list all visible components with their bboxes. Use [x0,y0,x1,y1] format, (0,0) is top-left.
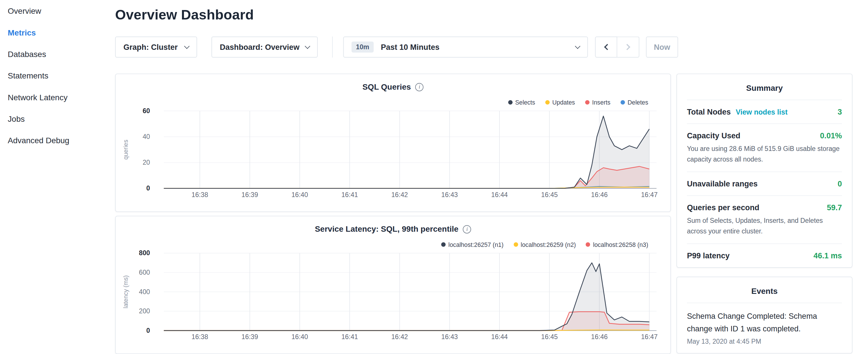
svg-text:16:45: 16:45 [541,191,558,198]
summary-row: Queries per second59.7Sum of Selects, Up… [687,195,842,244]
sidebar-item-advanced-debug[interactable]: Advanced Debug [8,129,105,151]
svg-text:16:43: 16:43 [441,333,458,341]
sidebar-item-overview[interactable]: Overview [8,0,105,22]
controls-divider [332,36,333,57]
chart-title: Service Latency: SQL, 99th percentile [315,225,459,233]
legend-label: Selects [515,99,535,106]
legend-dot-icon [545,100,549,104]
chart-panel-service-latency: Service Latency: SQL, 99th percentile i … [115,216,671,354]
svg-text:400: 400 [139,288,150,296]
legend-dot-icon [514,242,518,247]
chart-plot-sql-queries[interactable]: 16:3816:3916:4016:4116:4216:4316:4416:45… [116,74,672,213]
event-message: Schema Change Completed: Schema change w… [687,310,842,335]
summary-value: 0 [838,179,842,188]
sidebar-item-metrics[interactable]: Metrics [8,22,105,43]
svg-text:queries: queries [122,140,129,160]
legend-item[interactable]: localhost:26259 (n2) [514,241,576,248]
legend-item[interactable]: Selects [508,99,535,106]
svg-text:latency (ms): latency (ms) [122,275,129,309]
time-forward-button-disabled[interactable] [617,36,639,57]
chevron-down-icon [575,43,580,49]
chevron-right-icon [624,44,630,50]
right-sidebar: Summary Total NodesView nodes list3Capac… [677,74,852,354]
svg-text:16:47: 16:47 [641,191,658,198]
legend-dot-icon [586,242,590,247]
legend-dot-icon [508,100,513,104]
svg-text:16:39: 16:39 [242,333,258,341]
chart-plot-service-latency[interactable]: 16:3816:3916:4016:4116:4216:4316:4416:45… [116,216,672,354]
time-range-dropdown[interactable]: 10m Past 10 Minutes [343,36,588,57]
summary-value: 59.7 [827,203,842,212]
summary-title: Summary [687,74,842,100]
time-window-pager [595,36,640,57]
svg-text:16:41: 16:41 [341,191,358,198]
svg-text:16:38: 16:38 [191,191,208,198]
svg-text:16:44: 16:44 [491,191,508,198]
sidebar-item-databases[interactable]: Databases [8,43,105,65]
summary-row: Unavailable ranges0 [687,171,842,195]
legend-label: Deletes [627,99,648,106]
summary-value: 3 [838,107,842,116]
summary-value: 0.01% [820,131,842,140]
svg-text:16:46: 16:46 [591,333,608,341]
svg-text:0: 0 [147,327,150,334]
svg-text:800: 800 [139,249,150,257]
summary-value: 46.1 ms [813,252,842,260]
summary-description: Sum of Selects, Updates, Inserts, and De… [687,216,842,236]
graph-scope-label: Graph: Cluster [124,43,178,52]
time-range-label: Past 10 Minutes [381,43,439,52]
events-card: Events Schema Change Completed: Schema c… [677,277,852,354]
svg-text:16:40: 16:40 [291,333,308,341]
sidebar-nav: OverviewMetricsDatabasesStatementsNetwor… [0,0,105,354]
legend-label: localhost:26257 (n1) [448,241,504,248]
charts-column: SQL Queries i SelectsUpdatesInsertsDelet… [115,74,671,354]
legend-label: localhost:26258 (n3) [593,241,648,248]
summary-description: You are using 28.6 MiB of 515.9 GiB usab… [687,144,842,164]
time-back-button[interactable] [595,36,617,57]
chevron-down-icon [305,43,310,49]
svg-text:200: 200 [139,307,150,315]
svg-text:20: 20 [143,159,150,166]
info-icon[interactable]: i [415,83,424,91]
chart-panel-sql-queries: SQL Queries i SelectsUpdatesInsertsDelet… [115,74,671,212]
svg-text:16:47: 16:47 [641,333,658,341]
legend-dot-icon [441,242,445,247]
legend-item[interactable]: Deletes [620,99,648,106]
legend-dot-icon [620,100,625,104]
now-button[interactable]: Now [646,36,678,57]
event-item: Schema Change Completed: Schema change w… [687,303,842,345]
summary-label: Queries per second [687,203,760,212]
info-icon[interactable]: i [463,225,471,233]
svg-text:16:44: 16:44 [491,333,508,341]
legend-label: Updates [552,99,575,106]
sidebar-item-network-latency[interactable]: Network Latency [8,86,105,108]
svg-text:16:38: 16:38 [191,333,208,341]
sidebar-item-jobs[interactable]: Jobs [8,108,105,129]
event-timestamp: May 13, 2020 at 4:45 PM [687,338,842,345]
events-title: Events [687,278,842,303]
svg-text:16:39: 16:39 [242,191,258,198]
legend-label: Inserts [592,99,610,106]
summary-label: Unavailable ranges [687,179,758,188]
app-viewport: OverviewMetricsDatabasesStatementsNetwor… [0,0,868,354]
sidebar-item-statements[interactable]: Statements [8,65,105,86]
summary-row: Capacity Used0.01%You are using 28.6 MiB… [687,123,842,171]
legend-item[interactable]: Updates [545,99,575,106]
chart-title: SQL Queries [363,83,411,91]
summary-row: P99 latency46.1 ms [687,244,842,267]
dashboard-dropdown[interactable]: Dashboard: Overview [212,36,318,57]
summary-label: Total Nodes [687,107,731,116]
svg-text:40: 40 [143,133,150,140]
legend-item[interactable]: localhost:26258 (n3) [586,241,648,248]
graph-scope-dropdown[interactable]: Graph: Cluster [115,36,197,57]
svg-text:16:40: 16:40 [291,191,308,198]
svg-text:0: 0 [147,185,150,192]
view-nodes-list-link[interactable]: View nodes list [736,108,787,116]
legend-item[interactable]: localhost:26257 (n1) [441,241,503,248]
legend-item[interactable]: Inserts [585,99,610,106]
chart-legend: localhost:26257 (n1)localhost:26259 (n2)… [431,241,648,248]
chart-legend: SelectsUpdatesInsertsDeletes [498,99,648,106]
svg-text:16:45: 16:45 [541,333,558,341]
svg-text:60: 60 [143,107,150,115]
chart-title-row: SQL Queries i [116,83,671,91]
